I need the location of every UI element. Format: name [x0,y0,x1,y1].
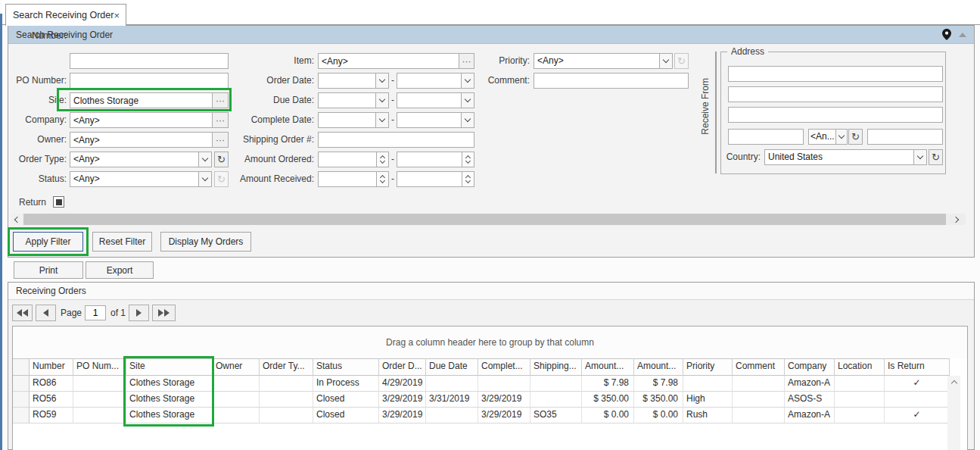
chevron-down-icon[interactable] [198,172,211,186]
table-row[interactable]: RO56Clothes StorageClosed3/29/20193/31/2… [13,392,967,408]
chevron-down-icon[interactable] [375,113,388,127]
comment-input[interactable] [534,73,689,89]
complete-date-from-select[interactable] [318,112,389,128]
address-state-select[interactable]: <An... [808,129,848,145]
horizontal-scrollbar[interactable] [11,214,966,225]
column-header-priority[interactable]: Priority [683,358,733,376]
table-row[interactable]: RO86Clothes StorageIn Process4/29/2019$ … [13,376,967,392]
scroll-left-icon[interactable] [11,214,23,225]
complete-date-to-select[interactable] [397,112,474,128]
address-city-input[interactable] [728,129,804,145]
number-input[interactable] [70,53,229,69]
amount-ordered-to-stepper[interactable] [397,152,474,167]
item-input[interactable] [318,53,459,69]
address-line1-input[interactable] [728,66,943,82]
vertical-scrollbar[interactable] [947,376,960,450]
address-zip-input[interactable] [867,129,943,145]
table-cell [213,408,260,423]
column-header-number[interactable]: Number [30,358,73,376]
table-row[interactable]: RO59Clothes StorageClosed3/29/20193/29/2… [13,408,967,423]
chevron-down-icon[interactable] [375,73,388,88]
spinner-icons[interactable] [462,152,474,167]
shipping-order-input[interactable] [318,132,474,148]
tab-search-receiving-order[interactable]: Search Receiving Order × [5,4,126,26]
print-button[interactable]: Print [14,261,83,279]
chevron-down-icon[interactable] [375,93,388,108]
display-my-orders-button[interactable]: Display My Orders [160,232,251,252]
apply-filter-button[interactable]: Apply Filter [13,232,83,252]
scroll-up-icon[interactable] [947,376,960,389]
previous-page-button[interactable] [36,305,56,321]
country-select[interactable]: United States [764,149,927,165]
address-line2-input[interactable] [728,86,943,102]
amount-received-to-stepper[interactable] [397,171,474,187]
chevron-down-icon[interactable] [198,152,211,167]
chevron-down-icon[interactable] [461,93,474,108]
column-header-is-return[interactable]: Is Return [885,358,950,376]
country-refresh-button[interactable]: ↻ [929,149,943,165]
tab-close-icon[interactable]: × [114,11,120,20]
column-header-company[interactable]: Company [785,358,835,376]
state-refresh-button[interactable]: ↻ [848,129,863,145]
reset-filter-button[interactable]: Reset Filter [92,232,152,252]
table-cell: RO56 [30,392,73,408]
owner-input[interactable] [70,132,213,148]
last-page-button[interactable] [152,305,176,321]
spinner-icons[interactable] [462,172,474,186]
column-header-location[interactable]: Location [835,358,885,376]
order-type-select[interactable]: <Any> [70,152,212,167]
column-header-due-date[interactable]: Due Date [426,358,478,376]
item-lookup-button[interactable]: ··· [459,53,474,69]
amount-received-from-stepper[interactable] [318,171,389,187]
column-header-order-ty[interactable]: Order Ty... [260,358,313,376]
column-header-site[interactable]: Site [126,358,213,376]
range-dash: - [391,173,394,184]
priority-select[interactable]: <Any> [534,53,673,69]
group-by-hint[interactable]: Drag a column header here to group by th… [13,327,967,358]
column-header-order-d[interactable]: Order D... [379,358,426,376]
due-date-to-select[interactable] [397,92,474,108]
spinner-icons[interactable] [376,172,388,186]
scrollbar-thumb[interactable] [23,214,946,225]
next-page-button[interactable] [129,305,149,321]
po-number-input[interactable] [70,73,229,89]
first-page-button[interactable] [12,305,33,321]
due-date-label: Due Date: [223,95,314,105]
chevron-down-icon[interactable] [461,73,474,88]
company-label: Company: [6,114,67,125]
column-header-complet[interactable]: Complet... [478,358,530,376]
order-date-from-select[interactable] [318,73,389,89]
export-button[interactable]: Export [86,261,154,279]
pin-icon[interactable] [942,29,951,40]
page-number-input[interactable] [85,305,106,320]
collapse-panel-icon[interactable] [959,33,966,37]
chevron-down-icon[interactable] [659,54,672,68]
chevron-down-icon[interactable] [913,150,926,164]
column-header-amount[interactable]: Amount... [634,358,683,376]
status-select[interactable]: <Any> [70,171,212,187]
table-cell: 4/29/2019 [379,376,426,392]
column-header-owner[interactable]: Owner [213,358,260,376]
amount-ordered-from-stepper[interactable] [318,152,389,167]
chevron-down-icon[interactable] [461,113,474,127]
column-header-po-num[interactable]: PO Num... [73,358,126,376]
column-header-shipping[interactable]: Shipping... [530,358,582,376]
site-input[interactable] [70,92,213,108]
order-date-to-select[interactable] [397,73,474,89]
column-header-comment[interactable]: Comment [733,358,785,376]
column-header-status[interactable]: Status [313,358,379,376]
range-dash: - [391,95,394,105]
company-input[interactable] [70,112,213,128]
table-cell [213,376,260,392]
grid-header-row: NumberPO Num...SiteOwnerOrder Ty...Statu… [13,358,967,376]
table-cell: 3/29/2019 [379,408,426,423]
row-indicator [13,376,30,392]
spinner-icons[interactable] [376,152,388,167]
return-checkbox[interactable] [53,196,64,208]
due-date-from-select[interactable] [318,92,389,108]
chevron-down-icon[interactable] [835,130,847,144]
scroll-right-icon[interactable] [946,214,966,225]
address-line3-input[interactable] [728,107,943,123]
column-header-amount[interactable]: Amount... [582,358,634,376]
priority-label: Priority: [477,55,530,66]
